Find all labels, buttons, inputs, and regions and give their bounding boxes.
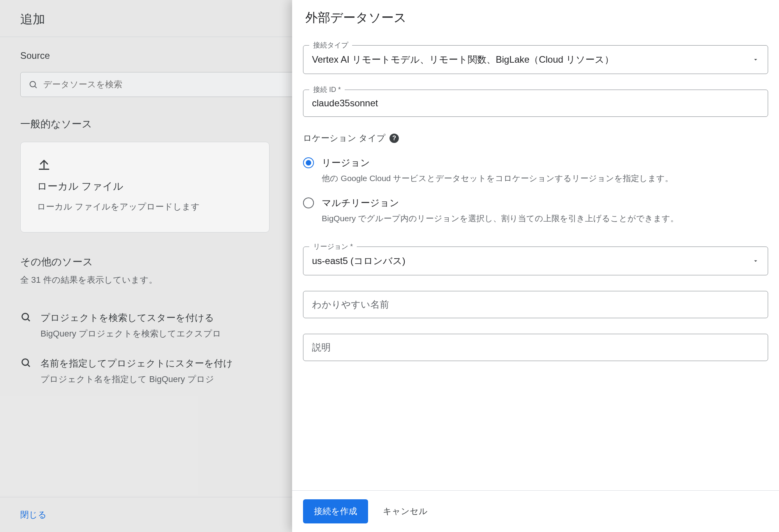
other-source-row-title: 名前を指定してプロジェクトにスターを付け	[41, 357, 233, 370]
chevron-down-icon	[752, 257, 759, 264]
search-icon	[20, 312, 31, 322]
source-card-local-file[interactable]: ローカル ファイル ローカル ファイルをアップロードします	[20, 142, 270, 233]
description-input[interactable]	[312, 342, 759, 353]
radio-region-title: リージョン	[322, 157, 673, 169]
connection-type-field: 接続タイプ Vertex AI リモートモデル、リモート関数、BigLake（C…	[303, 45, 768, 74]
help-icon[interactable]: ?	[390, 134, 399, 143]
svg-point-2	[22, 314, 28, 320]
location-type-radio-group: リージョン 他の Google Cloud サービスとデータセットをコロケーショ…	[303, 153, 768, 233]
create-connection-button[interactable]: 接続を作成	[303, 499, 368, 523]
region-field: リージョン * us-east5 (コロンバス)	[303, 247, 768, 275]
external-data-source-drawer: 外部データソース 接続タイプ Vertex AI リモートモデル、リモート関数、…	[292, 0, 779, 532]
close-button[interactable]: 閉じる	[20, 509, 47, 521]
radio-region-desc: 他の Google Cloud サービスとデータセットをコロケーションするリージ…	[322, 172, 673, 185]
radio-multiregion-desc: BigQuery でグループ内のリージョンを選択し、割り当ての上限を引き上げるこ…	[322, 212, 679, 225]
region-select[interactable]: us-east5 (コロンバス)	[303, 247, 768, 275]
svg-line-3	[28, 319, 30, 321]
search-icon	[20, 357, 31, 368]
svg-point-4	[22, 359, 28, 365]
drawer-title: 外部データソース	[292, 0, 779, 38]
connection-type-value: Vertex AI リモートモデル、リモート関数、BigLake（Cloud リ…	[312, 53, 614, 66]
connection-id-label: 接続 ID *	[309, 85, 345, 94]
cancel-button[interactable]: キャンセル	[383, 506, 428, 517]
radio-region[interactable]: リージョン 他の Google Cloud サービスとデータセットをコロケーショ…	[303, 153, 768, 194]
other-source-row-title: プロジェクトを検索してスターを付ける	[41, 312, 221, 324]
connection-id-input[interactable]	[312, 98, 759, 109]
other-source-row-desc: プロジェクト名を指定して BigQuery プロジ	[41, 373, 233, 385]
chevron-down-icon	[752, 56, 759, 63]
upload-icon	[37, 157, 253, 171]
svg-line-1	[35, 86, 37, 88]
svg-point-0	[30, 81, 35, 87]
radio-icon	[303, 197, 314, 208]
description-field	[303, 334, 768, 361]
source-card-title: ローカル ファイル	[37, 180, 253, 193]
region-value: us-east5 (コロンバス)	[312, 255, 405, 267]
connection-type-label: 接続タイプ	[309, 41, 352, 50]
radio-multiregion[interactable]: マルチリージョン BigQuery でグループ内のリージョンを選択し、割り当ての…	[303, 194, 768, 234]
svg-line-5	[28, 365, 30, 367]
source-card-desc: ローカル ファイルをアップロードします	[37, 200, 253, 213]
other-source-row-desc: BigQuery プロジェクトを検索してエクスプロ	[41, 328, 221, 340]
location-type-label: ロケーション タイプ	[303, 132, 386, 144]
radio-multiregion-title: マルチリージョン	[322, 197, 679, 209]
region-label: リージョン *	[309, 242, 357, 251]
connection-id-field: 接続 ID *	[303, 90, 768, 117]
search-icon	[28, 80, 38, 89]
radio-icon	[303, 157, 314, 168]
friendly-name-input[interactable]	[312, 299, 759, 310]
friendly-name-field	[303, 291, 768, 318]
connection-type-select[interactable]: Vertex AI リモートモデル、リモート関数、BigLake（Cloud リ…	[303, 45, 768, 74]
